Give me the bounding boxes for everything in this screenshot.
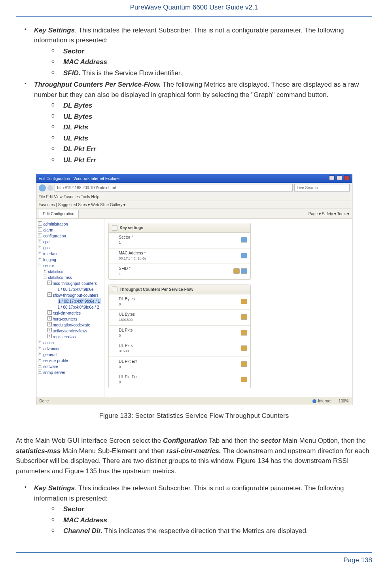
tree-sflow-row2[interactable]: 1 / 00:17:c4:8f:9b:6e / 2: [52, 304, 102, 310]
sub-label: DL Pkts: [63, 123, 88, 131]
tree-general[interactable]: general: [38, 352, 102, 358]
field-label: Sector *: [119, 235, 133, 239]
status-done: Done: [40, 398, 49, 404]
tree-mss-row[interactable]: 1 / 00:17:c4:8f:9b:6e: [52, 286, 102, 292]
graph-icon[interactable]: [233, 268, 240, 274]
key-icon: [112, 225, 117, 231]
field-value: 0: [119, 302, 135, 307]
key-settings-panel: Key settings Sector *1 MAC Address *00:1…: [108, 223, 251, 280]
help-icon[interactable]: [241, 237, 247, 243]
bullet-label: Throughput Counters Per Service-Flow.: [34, 81, 161, 88]
field-label: DL Pkt Err: [119, 359, 137, 364]
tree-interface[interactable]: interface: [38, 251, 102, 257]
row-ulbytes: UL Bytes1891800: [109, 310, 250, 326]
address-bar: http://192.168.200.100/index.html Live S…: [36, 183, 352, 193]
maximize-icon[interactable]: [337, 175, 342, 180]
page-footer: Page 138: [16, 552, 372, 565]
field-label: SFID *: [119, 266, 131, 271]
sub-sfid: SFID. This is the Service Flow identifie…: [51, 68, 372, 78]
sub-dlpkterr: DL Pkt Err: [51, 144, 372, 154]
tree-selected: 1 / 00:17:c4:8f:9b:6e / 1: [58, 298, 101, 304]
window-title: Edit Configuration - Windows Internet Ex…: [39, 176, 120, 182]
nav-back-icon[interactable]: [39, 184, 46, 192]
tree-administration[interactable]: administration: [38, 221, 102, 227]
row-dlbytes: DL Bytes0: [109, 294, 250, 310]
nav-fwd-icon[interactable]: [47, 185, 53, 191]
nav-tree[interactable]: administration alarm configuration cpe g…: [36, 219, 104, 397]
p-bold: sector: [261, 437, 281, 444]
tree-configuration[interactable]: configuration: [38, 233, 102, 239]
field-value: 0: [119, 333, 133, 339]
graph-icon[interactable]: [241, 377, 247, 382]
tree-logging[interactable]: logging: [38, 257, 102, 263]
panel-header: Key settings: [109, 223, 250, 233]
tree-alarm[interactable]: alarm: [38, 227, 102, 233]
sub-label: Sector: [63, 47, 84, 55]
tree-cpe[interactable]: cpe: [38, 239, 102, 245]
menu-bar[interactable]: File Edit View Favorites Tools Help: [36, 193, 352, 201]
screenshot-mock: Edit Configuration - Windows Internet Ex…: [36, 174, 352, 405]
url-input[interactable]: http://192.168.200.100/index.html: [55, 184, 293, 192]
field-label: UL Pkts: [119, 343, 133, 348]
search-input[interactable]: Live Search: [294, 184, 350, 192]
sub-dlpkts: DL Pkts: [51, 122, 372, 133]
status-bar: Done Internet 100%: [36, 397, 352, 405]
figure-133: Edit Configuration - Windows Internet Ex…: [16, 174, 372, 421]
tree-advanced[interactable]: advanced: [38, 346, 102, 352]
help-icon[interactable]: [241, 268, 247, 274]
tree-sflow-row1[interactable]: 1 / 00:17:c4:8f:9b:6e / 1: [52, 298, 102, 304]
field-value: 31530: [119, 349, 133, 354]
field-value: 1: [119, 271, 131, 277]
tree-action[interactable]: action: [38, 340, 102, 346]
tree-mss-throughput[interactable]: mss-throughput-counters: [47, 281, 102, 286]
sub-label: MAC Address: [63, 516, 107, 524]
toolbar-right[interactable]: Page ▾ Safety ▾ Tools ▾: [309, 211, 350, 217]
figure-caption: Figure 133: Sector Statistics Service Fl…: [16, 411, 372, 421]
tree-regss[interactable]: registered-ss: [47, 334, 102, 340]
graph-icon[interactable]: [241, 345, 247, 351]
sub-dlbytes: DL Bytes: [51, 101, 372, 111]
tree-software[interactable]: software: [38, 364, 102, 370]
tree-sflow-throughput[interactable]: sflow-throughput-counters: [47, 292, 102, 298]
sub-desc: This indicates the respective direction …: [102, 527, 308, 535]
tree-mcr[interactable]: modulation-code-rate: [47, 322, 102, 328]
panel-header: Throughput Counters Per Service-Flow: [109, 285, 250, 294]
tree-asf[interactable]: active-service-flows: [47, 328, 102, 334]
tree-sector[interactable]: sector: [38, 263, 102, 269]
tree-snmp[interactable]: snmp-server: [38, 370, 102, 376]
tree-service-profile[interactable]: service-profile: [38, 358, 102, 364]
main-pane: Key settings Sector *1 MAC Address *00:1…: [104, 219, 352, 397]
tree-statistics-mss[interactable]: statistics-mss: [43, 275, 102, 281]
tree-harq[interactable]: harq-counters: [47, 316, 102, 322]
tree-rssi-cinr[interactable]: rssi-cinr-metrics: [47, 310, 102, 316]
sub-ulpkterr: UL Pkt Err: [51, 155, 372, 165]
row-sector: Sector *1: [109, 233, 250, 248]
sub-mac: MAC Address: [51, 57, 372, 67]
tree-statistics[interactable]: statistics: [43, 269, 102, 275]
field-label: MAC Address *: [119, 251, 146, 255]
sub-ulpkts: UL Pkts: [51, 133, 372, 144]
minimize-icon[interactable]: [329, 175, 335, 180]
sub-label: Sector: [63, 505, 84, 513]
sub-label: DL Bytes: [63, 102, 92, 109]
tree-gps[interactable]: gps: [38, 245, 102, 251]
help-icon[interactable]: [241, 253, 247, 258]
header-title: PureWave Quantum 6600 User Guide v2.1: [130, 4, 258, 11]
close-icon[interactable]: [344, 175, 350, 180]
counters-icon: [112, 286, 117, 292]
graph-icon[interactable]: [241, 314, 247, 320]
sub-ulbytes: UL Bytes: [51, 112, 372, 122]
sub-label: SFID.: [63, 69, 80, 77]
graph-icon[interactable]: [241, 299, 247, 304]
bullet-key-settings-2: Key Settings. This indicates the relevan…: [25, 483, 372, 536]
p-text: Tab and then the: [207, 437, 261, 444]
row-ulpkts: UL Pkts31530: [109, 341, 250, 357]
tab-edit-config[interactable]: Edit Configuration: [39, 210, 79, 218]
bullet-throughput: Throughput Counters Per Service-Flow. Th…: [25, 80, 372, 165]
p-text: At the Main Web GUI Interface Screen sel…: [16, 437, 163, 444]
sub-desc: This is the Service Flow identifier.: [80, 69, 182, 77]
graph-icon[interactable]: [241, 361, 247, 367]
window-buttons[interactable]: [328, 175, 350, 182]
graph-icon[interactable]: [241, 330, 247, 336]
favorites-bar[interactable]: Favorites | Suggested Sites ▾ Web Slice …: [36, 201, 352, 209]
